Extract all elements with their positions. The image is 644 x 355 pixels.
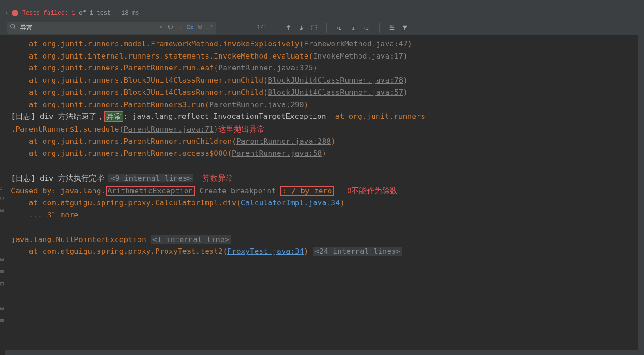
regex-toggle[interactable]: .* (206, 24, 213, 31)
test-status-text: Tests failed: 1 of 1 test – 18 ms (22, 10, 139, 16)
fold-icon[interactable]: ⊞ (0, 194, 4, 202)
stack-line: at org.junit.runners.ParentRunner$3.run(… (7, 99, 644, 111)
next-match-icon[interactable] (298, 25, 305, 31)
stack-line: at org.junit.runners.BlockJUnit4ClassRun… (7, 74, 644, 87)
search-input[interactable] (20, 24, 159, 31)
folded-lines[interactable]: <1 internal line> (151, 235, 231, 244)
chevron-right-icon[interactable]: › (5, 9, 9, 17)
words-toggle[interactable]: W (198, 24, 202, 31)
annotation: 0不能作为除数 (347, 187, 398, 195)
select-all-icon[interactable] (311, 25, 317, 31)
svg-rect-5 (311, 25, 316, 30)
toolbar-nav-group: 1/1 +⟂ −⟂ ✓⟂ (257, 23, 408, 33)
stack-line: at org.junit.internal.runners.statements… (7, 50, 644, 63)
exception-line: java.lang.NullPointerException <1 intern… (7, 234, 644, 246)
match-case-toggle[interactable]: Cc (187, 24, 194, 31)
horizontal-scrollbar[interactable] (5, 350, 638, 355)
stack-line: at com.atguigu.spring.proxy.ProxyTest.te… (7, 246, 644, 258)
svg-rect-1 (15, 11, 15, 14)
exception-link[interactable]: ArithmeticException (106, 186, 195, 196)
prev-match-icon[interactable] (285, 25, 292, 31)
log-line: [日志] div 方法结束了，异常: java.lang.reflect.Inv… (7, 111, 644, 123)
select-all-occurrences-icon[interactable]: ✓⟂ (363, 25, 370, 31)
add-selection-icon[interactable]: +⟂ (336, 25, 343, 31)
svg-text:+⟂: +⟂ (336, 25, 341, 30)
more-line: ... 31 more (7, 209, 644, 222)
home-gutter-icon[interactable]: ⌂ (0, 184, 2, 192)
source-link[interactable]: InvokeMethod.java:17 (313, 52, 403, 60)
svg-line-4 (14, 27, 16, 29)
search-history-icon[interactable] (167, 24, 174, 32)
blank-line (7, 222, 644, 234)
fold-icon[interactable]: ⊞ (0, 316, 4, 325)
console-output[interactable]: at org.junit.runners.model.FrameworkMeth… (0, 35, 644, 258)
fold-icon[interactable]: ⊞ (0, 267, 4, 276)
stack-line: at com.atguigu.spring.proxy.CalculatorIm… (7, 197, 644, 209)
stack-line: .ParentRunner$1.schedule(ParentRunner.ja… (7, 123, 644, 136)
source-link[interactable]: CalculatorImpl.java:34 (241, 198, 340, 207)
search-icon (10, 24, 16, 32)
fold-icon[interactable]: ⊞ (0, 206, 4, 215)
source-link[interactable]: ParentRunner.java:71 (123, 125, 214, 133)
svg-point-3 (11, 24, 15, 28)
folded-lines[interactable]: <24 internal lines> (313, 247, 403, 256)
settings-icon[interactable] (389, 25, 395, 31)
svg-text:✓⟂: ✓⟂ (363, 25, 369, 30)
source-link[interactable]: BlockJUnit4ClassRunner.java:57 (268, 88, 403, 97)
source-link[interactable]: ProxyTest.java:34 (227, 247, 304, 256)
annotation: 这里抛出异常 (218, 125, 265, 133)
create-breakpoint[interactable]: Create breakpoint (199, 187, 276, 195)
caused-by-line: Caused by: java.lang.ArithmeticException… (7, 185, 644, 197)
console-toolbar: × | Cc W .* 1/1 +⟂ −⟂ ✓⟂ (0, 20, 644, 35)
toolbar-separator: | (178, 24, 182, 31)
source-link[interactable]: BlockJUnit4ClassRunner.java:78 (268, 76, 403, 84)
error-icon (11, 10, 19, 17)
remove-selection-icon[interactable]: −⟂ (349, 25, 357, 31)
stack-line: at org.junit.runners.model.FrameworkMeth… (7, 38, 644, 50)
toolbar-separator (276, 23, 276, 33)
test-status-bar: › Tests failed: 1 of 1 test – 18 ms (0, 6, 644, 20)
filter-icon[interactable] (402, 25, 408, 31)
svg-point-12 (390, 25, 392, 27)
svg-text:−⟂: −⟂ (349, 25, 355, 30)
match-counter: 1/1 (257, 25, 267, 31)
stack-line: at org.junit.runners.ParentRunner.access… (7, 148, 644, 160)
svg-rect-2 (15, 14, 15, 15)
folded-lines[interactable]: <9 internal lines> (108, 174, 193, 182)
toolbar-separator (379, 23, 380, 33)
log-line: [日志] div 方法执行完毕 <9 internal lines> 算数异常 (7, 172, 644, 185)
source-link[interactable]: ParentRunner.java:325 (218, 64, 313, 72)
stack-line: at org.junit.runners.BlockJUnit4ClassRun… (7, 87, 644, 99)
source-link[interactable]: ParentRunner.java:58 (232, 149, 322, 158)
fold-icon[interactable]: ⊞ (0, 304, 4, 313)
fold-icon[interactable]: ⊞ (0, 255, 4, 264)
vertical-scrollbar[interactable] (638, 35, 644, 355)
clear-search-icon[interactable]: × (159, 24, 163, 31)
stack-line: at org.junit.runners.ParentRunner.runChi… (7, 136, 644, 148)
source-link[interactable]: ParentRunner.java:290 (209, 100, 304, 109)
source-link[interactable]: FrameworkMethod.java:47 (304, 39, 408, 48)
annotation: 算数异常 (202, 174, 233, 182)
window-top-strip (0, 0, 644, 6)
search-highlight: 异常 (104, 111, 123, 122)
source-link[interactable]: ParentRunner.java:288 (236, 137, 331, 146)
toolbar-separator (326, 23, 327, 33)
svg-point-14 (391, 29, 392, 30)
fold-icon[interactable]: ⊞ (0, 280, 4, 288)
blank-line (7, 160, 644, 172)
left-gutter (0, 20, 5, 35)
stack-line: at org.junit.runners.ParentRunner.runLea… (7, 62, 644, 74)
search-box[interactable]: × | Cc W .* (7, 22, 216, 34)
svg-point-13 (392, 27, 393, 28)
